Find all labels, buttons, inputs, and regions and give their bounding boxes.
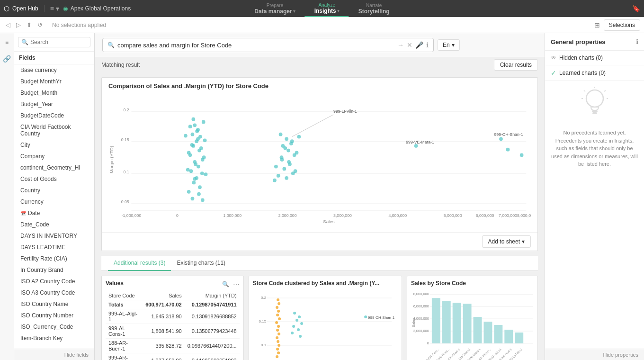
- svg-point-97: [275, 321, 278, 324]
- svg-point-69: [295, 151, 299, 155]
- learned-charts-header[interactable]: ✓ Learned charts (0): [545, 65, 644, 81]
- field-budget-year[interactable]: Budget_Year: [14, 99, 94, 110]
- svg-point-60: [286, 149, 290, 153]
- grid-icon[interactable]: ⊞: [594, 21, 600, 29]
- search-box[interactable]: 🔍: [18, 37, 90, 47]
- field-budgetdatecode[interactable]: BudgetDateCode: [14, 110, 94, 121]
- menu-icon[interactable]: ≡ ▾: [50, 5, 59, 12]
- svg-point-53: [197, 192, 201, 196]
- toolbar-right: ⊞ Selections: [594, 19, 640, 31]
- field-date[interactable]: 📅 Date: [14, 207, 94, 219]
- add-to-sheet-button[interactable]: Add to sheet ▾: [482, 235, 531, 248]
- language-button[interactable]: En ▾: [438, 39, 460, 51]
- field-date-code[interactable]: Date_Code: [14, 219, 94, 230]
- nl-search-box[interactable]: 🔍 → ✕ 🎤 ℹ: [102, 38, 434, 52]
- search-bar-area: 🔍 → ✕ 🎤 ℹ En ▾: [95, 33, 545, 57]
- svg-text:2,000,000: 2,000,000: [278, 213, 297, 218]
- table-header-row: Store Code Sales Margin (YTD): [106, 291, 240, 300]
- margin-val: 0.13091826688852: [185, 309, 240, 324]
- svg-point-79: [414, 144, 418, 148]
- field-cia-country[interactable]: CIA World Factbook Country: [14, 121, 94, 139]
- field-days-leadtime[interactable]: DAYS LEADTIME: [14, 242, 94, 253]
- svg-text:0.2: 0.2: [124, 108, 129, 112]
- field-label: ISO Country Name: [20, 301, 68, 307]
- field-days-inventory[interactable]: DAYS IN INVENTORY: [14, 230, 94, 242]
- hide-fields-bar[interactable]: Hide fields: [14, 349, 94, 360]
- nl-arrow-icon[interactable]: →: [397, 41, 404, 49]
- tab-existing-charts[interactable]: Existing charts (11): [171, 256, 231, 271]
- fields-icon[interactable]: 🔗: [1, 53, 13, 64]
- svg-point-108: [298, 315, 301, 318]
- tab-prepare-arrow: ▾: [293, 9, 295, 14]
- hidden-charts-section: 👁 Hidden charts (0): [545, 51, 644, 65]
- table-more-icon[interactable]: ⋯: [233, 281, 240, 288]
- nav-forward-icon[interactable]: ▷: [14, 20, 23, 29]
- field-budget-monthyr[interactable]: Budget MonthYr: [14, 76, 94, 87]
- clear-results-button[interactable]: Clear results: [494, 59, 538, 71]
- nav-refresh-icon[interactable]: ↺: [36, 20, 45, 29]
- svg-text:999-VE-Mara-1: 999-VE-Mara-1: [406, 140, 434, 144]
- field-budget-month[interactable]: Budget_Month: [14, 87, 94, 99]
- table-search-icon[interactable]: 🔍: [222, 281, 229, 288]
- right-panel: General properties ℹ 👁 Hidden charts (0)…: [545, 33, 644, 360]
- svg-line-150: [604, 90, 606, 91]
- hidden-charts-header[interactable]: 👁 Hidden charts (0): [545, 51, 644, 65]
- selections-button[interactable]: Selections: [604, 19, 640, 31]
- hide-properties-bar[interactable]: Hide properties: [545, 349, 644, 360]
- field-continent-geometry[interactable]: continent_Geometry_Hi: [14, 162, 94, 173]
- field-iso-a3[interactable]: ISO A3 Country Code: [14, 287, 94, 298]
- field-fertility-rate[interactable]: Fertility Rate (CIA): [14, 253, 94, 264]
- learned-section: No precedents learned yet. Precedents yo…: [545, 81, 644, 349]
- svg-text:999-CH-Shan-1: 999-CH-Shan-1: [368, 315, 395, 320]
- field-company[interactable]: Company: [14, 151, 94, 162]
- svg-point-55: [201, 198, 205, 202]
- selections-label: Selections: [609, 22, 635, 28]
- tab-storytelling[interactable]: Narrate Storytelling: [349, 0, 399, 17]
- nav-up-icon[interactable]: ⬆: [25, 20, 34, 29]
- totals-margin: 0.12987054741911: [185, 300, 240, 309]
- tab-prepare[interactable]: Prepare Data manager ▾: [245, 0, 304, 17]
- matching-result-label: Matching result: [101, 62, 140, 68]
- svg-point-96: [278, 317, 281, 320]
- field-country[interactable]: Country: [14, 185, 94, 196]
- open-hub-logo[interactable]: ⬡ Open Hub: [4, 5, 45, 12]
- panel-info-icon[interactable]: ℹ: [636, 38, 638, 45]
- bookmark-icon[interactable]: 🔖: [632, 5, 640, 12]
- sidebar-search: 🔍: [14, 33, 94, 52]
- field-iso-country-number[interactable]: ISO Country Number: [14, 310, 94, 321]
- svg-point-103: [277, 344, 280, 347]
- nl-search-input[interactable]: [117, 42, 394, 49]
- svg-point-76: [273, 179, 277, 182]
- nl-clear-icon[interactable]: ✕: [407, 41, 412, 49]
- svg-text:1,000,000: 1,000,000: [223, 213, 242, 218]
- search-input[interactable]: [30, 39, 87, 45]
- tab-additional-results[interactable]: Additional results (3): [108, 256, 171, 271]
- field-cost-of-goods[interactable]: Cost of Goods: [14, 173, 94, 185]
- fields-section-title: Fields: [14, 52, 94, 64]
- field-in-country-brand[interactable]: In Country Brand: [14, 264, 94, 276]
- svg-text:Sales: Sales: [411, 318, 416, 327]
- sidebar-toggle-icon[interactable]: ≡: [3, 37, 10, 47]
- toolbar-nav-icons: ◁ ▷ ⬆ ↺: [4, 20, 45, 29]
- field-base-currency[interactable]: Base currency: [14, 64, 94, 76]
- svg-point-43: [187, 190, 191, 194]
- nl-info-icon[interactable]: ℹ: [426, 41, 429, 49]
- field-label: ISO A2 Country Code: [20, 278, 75, 285]
- svg-text:4,000,000: 4,000,000: [388, 213, 407, 218]
- field-iso-currency-code[interactable]: ISO_Currency_Code: [14, 321, 94, 333]
- tab-insights[interactable]: Analyze Insights ▾: [305, 0, 349, 17]
- svg-point-91: [277, 298, 279, 301]
- nav-back-icon[interactable]: ◁: [4, 20, 12, 29]
- svg-point-114: [299, 335, 302, 338]
- svg-rect-132: [483, 322, 492, 343]
- tab-insights-title: Analyze: [318, 2, 335, 8]
- field-iso-a2[interactable]: ISO A2 Country Code: [14, 276, 94, 287]
- field-city[interactable]: City: [14, 139, 94, 151]
- field-item-branch-key[interactable]: Item-Branch Key: [14, 333, 94, 344]
- svg-point-32: [190, 143, 194, 147]
- field-currency[interactable]: Currency: [14, 196, 94, 207]
- nl-mic-icon[interactable]: 🎤: [415, 41, 423, 49]
- svg-point-75: [297, 135, 301, 139]
- open-hub-label: Open Hub: [12, 5, 38, 12]
- field-iso-country-name[interactable]: ISO Country Name: [14, 298, 94, 310]
